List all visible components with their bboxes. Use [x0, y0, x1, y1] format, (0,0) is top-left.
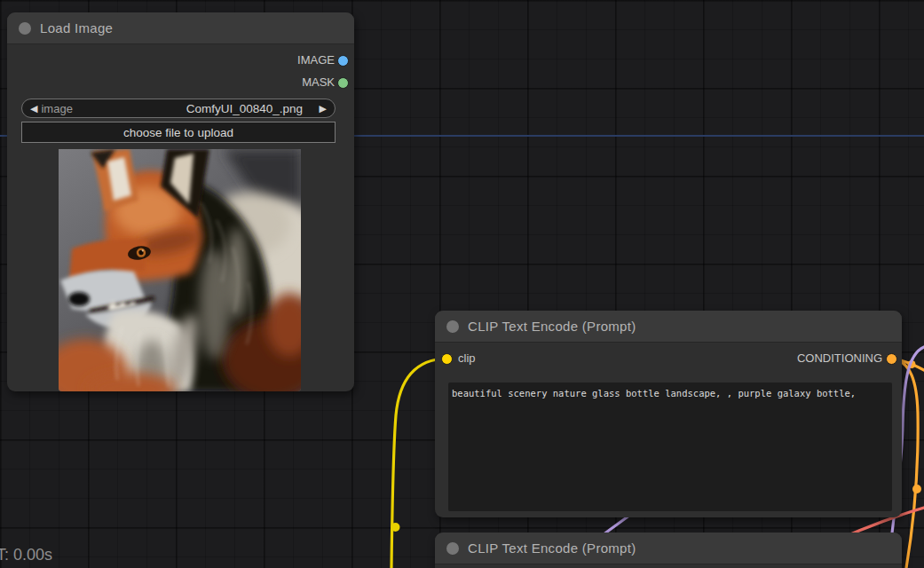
- prompt-textarea[interactable]: beautiful scenery nature glass bottle la…: [448, 383, 892, 511]
- collapse-toggle-dot[interactable]: [19, 22, 31, 35]
- clip1-titlebar[interactable]: CLIP Text Encode (Prompt): [435, 311, 902, 343]
- image-combo-widget[interactable]: ◀ image ComfyUI_00840_.png ▶: [21, 99, 336, 118]
- node-graph-canvas[interactable]: Load Image IMAGE MASK ◀ image ComfyUI_00…: [0, 0, 924, 568]
- combo-prev-icon[interactable]: ◀: [30, 99, 37, 117]
- node-title: Load Image: [40, 20, 113, 36]
- conditioning-link-midpoint-dot: [912, 485, 921, 493]
- image-preview: [59, 149, 301, 391]
- image-output-slot[interactable]: [337, 55, 349, 67]
- conditioning-output-label: CONDITIONING: [797, 351, 882, 366]
- image-output-label: IMAGE: [297, 53, 335, 67]
- load-image-titlebar[interactable]: Load Image: [7, 12, 354, 44]
- node-title: CLIP Text Encode (Prompt): [468, 540, 636, 556]
- clip-text-encode-node-2[interactable]: CLIP Text Encode (Prompt): [435, 532, 902, 568]
- load-image-node[interactable]: Load Image IMAGE MASK ◀ image ComfyUI_00…: [7, 12, 354, 391]
- combo-widget-value: ComfyUI_00840_.png: [186, 102, 303, 115]
- conditioning-output-slot[interactable]: [886, 353, 897, 365]
- clip-text-encode-node-1[interactable]: CLIP Text Encode (Prompt) clip CONDITION…: [435, 311, 902, 517]
- combo-widget-name: image: [41, 102, 72, 115]
- clip-input-label: clip: [458, 351, 476, 366]
- collapse-toggle-dot[interactable]: [446, 542, 459, 555]
- combo-next-icon[interactable]: ▶: [320, 99, 327, 117]
- clip-link-midpoint-dot: [391, 523, 400, 532]
- execution-time-text: T: 0.00s: [0, 546, 52, 564]
- collapse-toggle-dot[interactable]: [446, 320, 459, 333]
- choose-file-button[interactable]: choose file to upload: [21, 122, 336, 143]
- fox-portrait-image: [59, 149, 301, 391]
- mask-output-label: MASK: [302, 75, 335, 90]
- clip2-titlebar[interactable]: CLIP Text Encode (Prompt): [435, 532, 902, 564]
- clip-input-slot[interactable]: [441, 353, 453, 365]
- node-title: CLIP Text Encode (Prompt): [468, 319, 636, 334]
- mask-output-slot[interactable]: [337, 77, 349, 89]
